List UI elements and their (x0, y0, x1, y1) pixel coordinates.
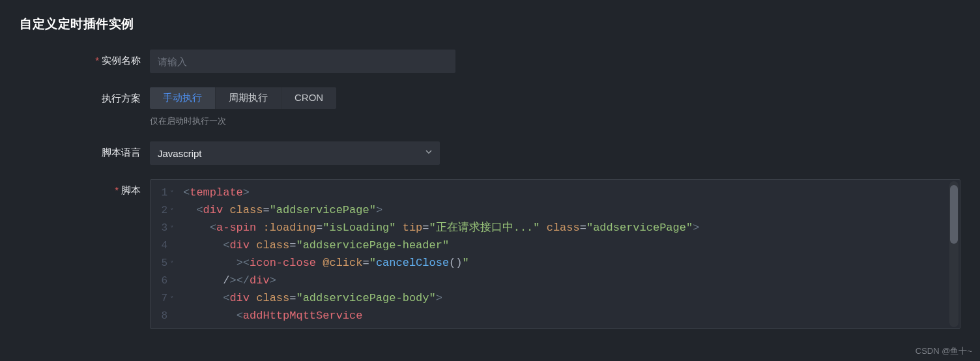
script-editor[interactable]: 1˅2˅3˅45˅67˅8 <template> <div class="add… (150, 179, 960, 329)
code-line[interactable]: <addHttpMqttService (183, 307, 955, 325)
language-select[interactable]: Javascript (150, 141, 440, 165)
required-marker: * (95, 55, 99, 66)
fold-icon[interactable]: ˅ (170, 258, 178, 268)
code-line[interactable]: ><icon-close @click="cancelClose()" (183, 254, 955, 272)
label-schedule: 执行方案 (20, 87, 150, 109)
schedule-option-cron[interactable]: CRON (281, 87, 336, 109)
gutter-line: 3˅ (156, 219, 178, 237)
label-script: *脚本 (20, 179, 150, 201)
code-line[interactable]: <template> (183, 184, 955, 201)
schedule-segment: 手动执行 周期执行 CRON (150, 87, 336, 109)
code-line[interactable]: <div class="addservicePage-header" (183, 237, 955, 254)
code-line[interactable]: <div class="addservicePage-body"> (183, 289, 955, 307)
gutter-line: 4 (156, 237, 178, 254)
required-marker: * (115, 184, 119, 195)
gutter-line: 1˅ (156, 184, 178, 201)
code-line[interactable]: /></div> (183, 272, 955, 289)
code-line[interactable]: <div class="addservicePage"> (183, 201, 955, 219)
chevron-down-icon (425, 150, 432, 156)
code-line[interactable]: <a-spin :loading="isLoading" tip="正在请求接口… (183, 219, 955, 237)
label-instance-name: *实例名称 (20, 50, 150, 72)
gutter-line: 7˅ (156, 289, 178, 307)
editor-scroll-thumb[interactable] (950, 185, 958, 244)
label-language: 脚本语言 (20, 141, 150, 164)
fold-icon[interactable]: ˅ (170, 223, 178, 233)
page-title: 自定义定时插件实例 (20, 16, 960, 33)
gutter-line: 8 (156, 307, 178, 325)
language-value: Javascript (158, 148, 202, 159)
gutter-line: 6 (156, 272, 178, 289)
fold-icon[interactable]: ˅ (170, 188, 178, 198)
schedule-option-manual[interactable]: 手动执行 (150, 87, 215, 109)
instance-name-input[interactable] (150, 50, 455, 73)
editor-scrollbar[interactable] (949, 181, 958, 327)
schedule-hint: 仅在启动时执行一次 (150, 115, 960, 127)
fold-icon[interactable]: ˅ (170, 293, 178, 304)
schedule-option-periodic[interactable]: 周期执行 (216, 87, 281, 109)
fold-icon[interactable]: ˅ (170, 205, 178, 216)
gutter-line: 2˅ (156, 201, 178, 219)
gutter-line: 5˅ (156, 254, 178, 272)
